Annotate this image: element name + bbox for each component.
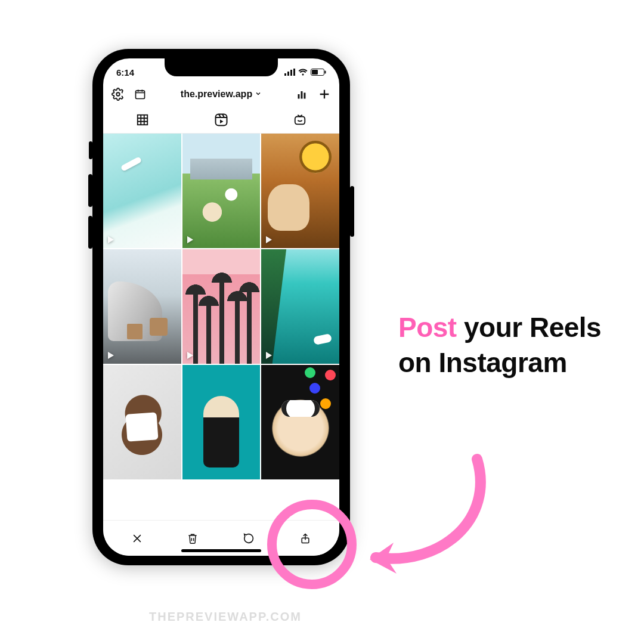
svg-rect-9 xyxy=(298,94,299,99)
home-indicator xyxy=(181,549,261,552)
reel-thumbnail[interactable] xyxy=(103,249,181,364)
username-label: the.preview.app xyxy=(181,89,252,100)
svg-rect-13 xyxy=(215,114,227,125)
svg-rect-1 xyxy=(287,72,289,76)
play-icon xyxy=(108,352,114,359)
svg-rect-0 xyxy=(284,73,286,76)
reels-grid xyxy=(103,134,339,479)
play-icon xyxy=(266,236,272,243)
calendar-icon[interactable] xyxy=(134,88,146,100)
reel-thumbnail[interactable] xyxy=(261,365,339,479)
reel-thumbnail[interactable] xyxy=(182,249,261,364)
svg-rect-8 xyxy=(136,91,145,98)
tab-igtv[interactable] xyxy=(261,113,339,126)
reel-thumbnail[interactable] xyxy=(182,134,261,248)
phone-mockup: 6:14 xyxy=(92,49,350,565)
bottom-action-bar xyxy=(103,520,339,556)
phone-screen: 6:14 xyxy=(103,58,339,556)
play-icon xyxy=(108,236,114,243)
mute-switch xyxy=(89,141,92,159)
volume-up-button xyxy=(88,174,92,207)
reel-thumbnail[interactable] xyxy=(103,365,181,479)
svg-point-7 xyxy=(116,92,120,96)
reel-thumbnail[interactable] xyxy=(182,365,261,479)
share-icon[interactable] xyxy=(299,531,311,546)
svg-rect-6 xyxy=(325,71,326,74)
close-icon[interactable] xyxy=(131,532,143,544)
tutorial-caption: Post your Reels on Instagram xyxy=(398,310,613,380)
volume-down-button xyxy=(88,216,92,249)
tab-grid[interactable] xyxy=(103,113,182,126)
svg-rect-14 xyxy=(295,116,305,124)
chevron-down-icon xyxy=(255,89,262,100)
status-right xyxy=(284,69,326,76)
watermark: THEPREVIEWAPP.COM xyxy=(149,610,302,624)
arrow-annotation xyxy=(358,447,513,584)
svg-rect-12 xyxy=(138,114,148,125)
trash-icon[interactable] xyxy=(187,532,199,545)
reel-thumbnail[interactable] xyxy=(103,134,181,248)
gear-icon[interactable] xyxy=(112,88,125,101)
status-time: 6:14 xyxy=(116,67,134,78)
caption-highlight: Post xyxy=(398,312,457,343)
svg-rect-3 xyxy=(293,69,295,76)
tab-reels[interactable] xyxy=(182,113,261,127)
phone-notch xyxy=(165,58,278,76)
wifi-icon xyxy=(298,69,308,76)
reel-thumbnail[interactable] xyxy=(261,249,339,364)
svg-rect-2 xyxy=(290,70,292,76)
account-switcher[interactable]: the.preview.app xyxy=(181,89,262,100)
cellular-icon xyxy=(284,69,295,76)
svg-rect-5 xyxy=(312,70,318,75)
app-header: the.preview.app xyxy=(103,82,339,106)
svg-rect-10 xyxy=(301,91,302,99)
play-icon xyxy=(266,352,272,359)
battery-icon xyxy=(311,69,326,76)
analytics-icon[interactable] xyxy=(296,88,308,100)
reel-thumbnail[interactable] xyxy=(261,134,339,248)
svg-rect-11 xyxy=(304,93,305,99)
profile-tabs xyxy=(103,106,339,134)
plus-icon[interactable] xyxy=(318,88,331,101)
power-button xyxy=(350,186,354,237)
play-icon xyxy=(187,236,193,243)
comment-icon[interactable] xyxy=(243,532,256,545)
play-icon xyxy=(187,352,193,359)
